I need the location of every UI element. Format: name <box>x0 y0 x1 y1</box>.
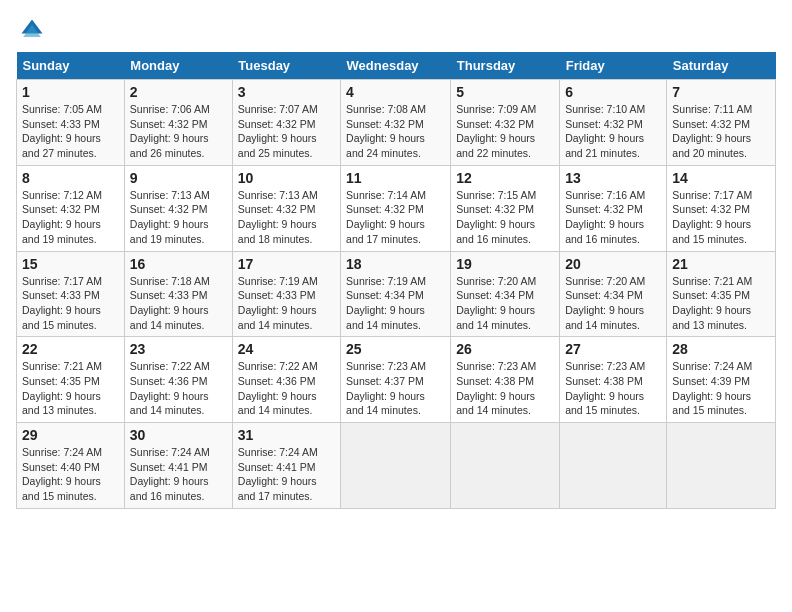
day-number: 17 <box>238 256 335 272</box>
day-info: Sunrise: 7:16 AMSunset: 4:32 PMDaylight:… <box>565 189 645 245</box>
day-number: 1 <box>22 84 119 100</box>
logo-icon <box>18 16 46 44</box>
calendar-cell: 7 Sunrise: 7:11 AMSunset: 4:32 PMDayligh… <box>667 80 776 166</box>
day-number: 27 <box>565 341 661 357</box>
calendar-cell: 27 Sunrise: 7:23 AMSunset: 4:38 PMDaylig… <box>560 337 667 423</box>
calendar-cell: 31 Sunrise: 7:24 AMSunset: 4:41 PMDaylig… <box>232 423 340 509</box>
day-info: Sunrise: 7:18 AMSunset: 4:33 PMDaylight:… <box>130 275 210 331</box>
calendar-cell: 11 Sunrise: 7:14 AMSunset: 4:32 PMDaylig… <box>341 165 451 251</box>
day-info: Sunrise: 7:24 AMSunset: 4:41 PMDaylight:… <box>238 446 318 502</box>
header-friday: Friday <box>560 52 667 80</box>
day-number: 14 <box>672 170 770 186</box>
day-number: 9 <box>130 170 227 186</box>
day-info: Sunrise: 7:05 AMSunset: 4:33 PMDaylight:… <box>22 103 102 159</box>
calendar-cell: 16 Sunrise: 7:18 AMSunset: 4:33 PMDaylig… <box>124 251 232 337</box>
day-info: Sunrise: 7:14 AMSunset: 4:32 PMDaylight:… <box>346 189 426 245</box>
calendar-cell: 26 Sunrise: 7:23 AMSunset: 4:38 PMDaylig… <box>451 337 560 423</box>
day-info: Sunrise: 7:06 AMSunset: 4:32 PMDaylight:… <box>130 103 210 159</box>
calendar-cell <box>451 423 560 509</box>
calendar-cell: 8 Sunrise: 7:12 AMSunset: 4:32 PMDayligh… <box>17 165 125 251</box>
day-info: Sunrise: 7:21 AMSunset: 4:35 PMDaylight:… <box>22 360 102 416</box>
day-number: 30 <box>130 427 227 443</box>
day-number: 20 <box>565 256 661 272</box>
day-info: Sunrise: 7:21 AMSunset: 4:35 PMDaylight:… <box>672 275 752 331</box>
day-info: Sunrise: 7:17 AMSunset: 4:32 PMDaylight:… <box>672 189 752 245</box>
header-tuesday: Tuesday <box>232 52 340 80</box>
day-info: Sunrise: 7:09 AMSunset: 4:32 PMDaylight:… <box>456 103 536 159</box>
day-number: 26 <box>456 341 554 357</box>
calendar-week-4: 22 Sunrise: 7:21 AMSunset: 4:35 PMDaylig… <box>17 337 776 423</box>
logo <box>16 16 46 44</box>
day-number: 5 <box>456 84 554 100</box>
calendar-cell: 5 Sunrise: 7:09 AMSunset: 4:32 PMDayligh… <box>451 80 560 166</box>
calendar-cell <box>341 423 451 509</box>
calendar-table: SundayMondayTuesdayWednesdayThursdayFrid… <box>16 52 776 509</box>
day-info: Sunrise: 7:17 AMSunset: 4:33 PMDaylight:… <box>22 275 102 331</box>
calendar-cell: 2 Sunrise: 7:06 AMSunset: 4:32 PMDayligh… <box>124 80 232 166</box>
header-thursday: Thursday <box>451 52 560 80</box>
day-number: 31 <box>238 427 335 443</box>
calendar-cell: 30 Sunrise: 7:24 AMSunset: 4:41 PMDaylig… <box>124 423 232 509</box>
day-info: Sunrise: 7:19 AMSunset: 4:34 PMDaylight:… <box>346 275 426 331</box>
day-info: Sunrise: 7:11 AMSunset: 4:32 PMDaylight:… <box>672 103 752 159</box>
day-number: 28 <box>672 341 770 357</box>
day-info: Sunrise: 7:23 AMSunset: 4:37 PMDaylight:… <box>346 360 426 416</box>
day-number: 3 <box>238 84 335 100</box>
calendar-cell: 28 Sunrise: 7:24 AMSunset: 4:39 PMDaylig… <box>667 337 776 423</box>
day-number: 29 <box>22 427 119 443</box>
calendar-cell: 3 Sunrise: 7:07 AMSunset: 4:32 PMDayligh… <box>232 80 340 166</box>
calendar-cell: 17 Sunrise: 7:19 AMSunset: 4:33 PMDaylig… <box>232 251 340 337</box>
day-number: 11 <box>346 170 445 186</box>
calendar-cell: 4 Sunrise: 7:08 AMSunset: 4:32 PMDayligh… <box>341 80 451 166</box>
day-number: 23 <box>130 341 227 357</box>
calendar-cell: 23 Sunrise: 7:22 AMSunset: 4:36 PMDaylig… <box>124 337 232 423</box>
header-sunday: Sunday <box>17 52 125 80</box>
day-info: Sunrise: 7:13 AMSunset: 4:32 PMDaylight:… <box>238 189 318 245</box>
header-saturday: Saturday <box>667 52 776 80</box>
header-wednesday: Wednesday <box>341 52 451 80</box>
day-number: 24 <box>238 341 335 357</box>
calendar-header-row: SundayMondayTuesdayWednesdayThursdayFrid… <box>17 52 776 80</box>
day-number: 7 <box>672 84 770 100</box>
day-number: 10 <box>238 170 335 186</box>
day-info: Sunrise: 7:10 AMSunset: 4:32 PMDaylight:… <box>565 103 645 159</box>
calendar-cell: 10 Sunrise: 7:13 AMSunset: 4:32 PMDaylig… <box>232 165 340 251</box>
day-info: Sunrise: 7:15 AMSunset: 4:32 PMDaylight:… <box>456 189 536 245</box>
calendar-cell: 19 Sunrise: 7:20 AMSunset: 4:34 PMDaylig… <box>451 251 560 337</box>
day-number: 2 <box>130 84 227 100</box>
day-number: 21 <box>672 256 770 272</box>
day-number: 6 <box>565 84 661 100</box>
calendar-cell: 12 Sunrise: 7:15 AMSunset: 4:32 PMDaylig… <box>451 165 560 251</box>
calendar-cell: 20 Sunrise: 7:20 AMSunset: 4:34 PMDaylig… <box>560 251 667 337</box>
calendar-cell <box>667 423 776 509</box>
calendar-cell: 22 Sunrise: 7:21 AMSunset: 4:35 PMDaylig… <box>17 337 125 423</box>
header-monday: Monday <box>124 52 232 80</box>
calendar-week-5: 29 Sunrise: 7:24 AMSunset: 4:40 PMDaylig… <box>17 423 776 509</box>
calendar-cell: 18 Sunrise: 7:19 AMSunset: 4:34 PMDaylig… <box>341 251 451 337</box>
day-info: Sunrise: 7:22 AMSunset: 4:36 PMDaylight:… <box>130 360 210 416</box>
day-info: Sunrise: 7:20 AMSunset: 4:34 PMDaylight:… <box>565 275 645 331</box>
calendar-cell: 29 Sunrise: 7:24 AMSunset: 4:40 PMDaylig… <box>17 423 125 509</box>
day-number: 8 <box>22 170 119 186</box>
calendar-cell: 14 Sunrise: 7:17 AMSunset: 4:32 PMDaylig… <box>667 165 776 251</box>
day-info: Sunrise: 7:24 AMSunset: 4:40 PMDaylight:… <box>22 446 102 502</box>
day-info: Sunrise: 7:23 AMSunset: 4:38 PMDaylight:… <box>565 360 645 416</box>
calendar-cell: 9 Sunrise: 7:13 AMSunset: 4:32 PMDayligh… <box>124 165 232 251</box>
calendar-week-1: 1 Sunrise: 7:05 AMSunset: 4:33 PMDayligh… <box>17 80 776 166</box>
calendar-cell: 24 Sunrise: 7:22 AMSunset: 4:36 PMDaylig… <box>232 337 340 423</box>
day-info: Sunrise: 7:19 AMSunset: 4:33 PMDaylight:… <box>238 275 318 331</box>
page-header <box>16 16 776 44</box>
day-info: Sunrise: 7:13 AMSunset: 4:32 PMDaylight:… <box>130 189 210 245</box>
calendar-cell: 21 Sunrise: 7:21 AMSunset: 4:35 PMDaylig… <box>667 251 776 337</box>
calendar-cell: 25 Sunrise: 7:23 AMSunset: 4:37 PMDaylig… <box>341 337 451 423</box>
day-number: 16 <box>130 256 227 272</box>
day-info: Sunrise: 7:22 AMSunset: 4:36 PMDaylight:… <box>238 360 318 416</box>
day-info: Sunrise: 7:07 AMSunset: 4:32 PMDaylight:… <box>238 103 318 159</box>
day-info: Sunrise: 7:20 AMSunset: 4:34 PMDaylight:… <box>456 275 536 331</box>
day-number: 15 <box>22 256 119 272</box>
calendar-cell: 13 Sunrise: 7:16 AMSunset: 4:32 PMDaylig… <box>560 165 667 251</box>
day-number: 13 <box>565 170 661 186</box>
day-info: Sunrise: 7:12 AMSunset: 4:32 PMDaylight:… <box>22 189 102 245</box>
day-number: 12 <box>456 170 554 186</box>
day-number: 25 <box>346 341 445 357</box>
